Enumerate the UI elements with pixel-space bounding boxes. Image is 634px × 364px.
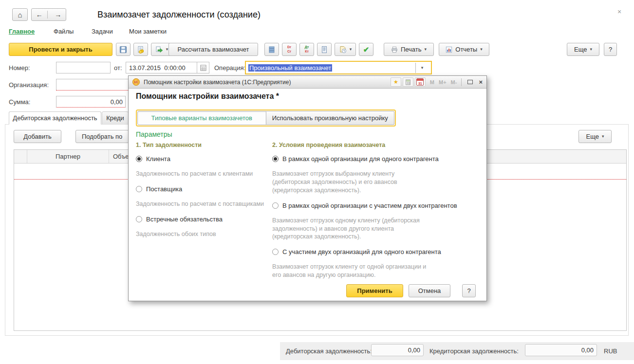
back-button[interactable]: ←: [32, 11, 48, 18]
more-button[interactable]: Еще ▾: [567, 43, 599, 56]
dropdown-icon: ▾: [350, 47, 352, 52]
history-nav: ← →: [31, 8, 66, 21]
operation-dropdown-button[interactable]: ▾: [416, 66, 429, 70]
favorite-star-button[interactable]: ★: [391, 77, 401, 87]
add-row-button[interactable]: Добавить: [14, 130, 61, 143]
printer-icon: [391, 46, 398, 53]
calendar-31-icon: 31: [416, 78, 424, 86]
memory-subtract-button[interactable]: M-: [451, 79, 457, 85]
amount-label: Сумма:: [9, 98, 30, 106]
reports-button[interactable]: Отчеты ▾: [439, 43, 489, 56]
offset-variant-switch: Типовые варианты взаимозачетов Использов…: [136, 109, 396, 127]
currency-label: RUB: [604, 347, 617, 355]
dialog-close-icon[interactable]: ×: [479, 78, 483, 86]
table-header-cell-partner: Партнер: [27, 150, 109, 163]
number-input[interactable]: [56, 62, 111, 73]
radio-client-desc: Задолженность по расчетам с клиентами: [136, 170, 272, 178]
menu-item-zametki[interactable]: Мои заметки: [129, 28, 167, 35]
calendar-button[interactable]: 31: [415, 77, 426, 87]
offset-conditions-group: 2. Условия проведения взаимозачета В рам…: [272, 142, 479, 287]
drcr-button[interactable]: DrCr: [282, 43, 297, 56]
calculator-icon: [405, 79, 411, 85]
tab-debit[interactable]: Дебиторская задолженность: [9, 111, 101, 125]
register-records-button[interactable]: [264, 43, 279, 56]
radio-client[interactable]: Клиента: [136, 155, 272, 163]
calculate-offset-button[interactable]: Рассчитать взаимозачет: [168, 43, 258, 56]
apply-button[interactable]: Применить: [346, 284, 403, 297]
organization-label: Организация:: [9, 81, 49, 89]
page-title: Взаимозачет задолженности (создание): [97, 10, 261, 20]
radio-selected-icon: [136, 156, 142, 162]
tab-credit[interactable]: Креди: [102, 111, 129, 125]
pick-button[interactable]: Подобрать по: [75, 130, 129, 143]
dtkt-button[interactable]: ДтКт: [299, 43, 314, 56]
radio-supplier[interactable]: Поставщика: [136, 185, 272, 193]
window-close-icon[interactable]: ×: [617, 8, 621, 16]
radio-selected-icon: [272, 156, 279, 162]
cancel-button[interactable]: Отмена: [409, 284, 450, 297]
radio-counter-obligations[interactable]: Встречные обязательства: [136, 216, 272, 223]
dropdown-icon: ▾: [421, 66, 424, 70]
dropdown-icon: ▾: [166, 47, 168, 52]
debt-type-title: 1. Тип задолженности: [136, 142, 272, 148]
date-field[interactable]: 13.07.2015 0:00:00: [126, 62, 209, 73]
radio-one-org-two-contractors[interactable]: В рамках одной организации с участием дв…: [272, 202, 479, 209]
radio-icon: [136, 216, 142, 222]
dialog-title: Помощник настройки взаимозачета (1С:Пред…: [144, 79, 291, 86]
debit-total-field: 0,00: [371, 344, 424, 356]
forward-button[interactable]: →: [51, 11, 66, 18]
history-tasks-button[interactable]: ▾: [335, 43, 356, 56]
radio-two-orgs-one-contractor[interactable]: С участием двух организаций для одного к…: [272, 248, 479, 255]
radio-icon: [272, 249, 279, 255]
list-more-button[interactable]: Еще ▾: [578, 130, 612, 143]
calculator-button[interactable]: [403, 77, 413, 87]
operation-label: Операция:: [214, 64, 245, 72]
post-document-button[interactable]: [133, 43, 148, 56]
calendar-grid-icon: [200, 65, 206, 71]
parameters-heading: Параметры: [136, 130, 172, 138]
register-records-icon: [268, 46, 276, 54]
dialog-maximize-icon[interactable]: [467, 80, 473, 84]
radio-one-org-two-contractors-desc: Взаимозачет отгрузок одному клиенту (деб…: [272, 217, 479, 241]
credit-total-field: 0,00: [525, 344, 597, 356]
dtkt-icon: ДтКт: [305, 45, 309, 53]
offset-assistant-dialog: 1С Помощник настройки взаимозачета (1С:П…: [128, 75, 487, 301]
drcr-icon: DrCr: [287, 45, 291, 53]
document-clock-icon: [339, 46, 347, 54]
dialog-titlebar[interactable]: 1С Помощник настройки взаимозачета (1С:П…: [129, 76, 486, 89]
menu-item-fayly[interactable]: Файлы: [54, 28, 74, 35]
radio-icon: [136, 186, 142, 192]
save-icon: [119, 46, 127, 54]
tab-custom-setup[interactable]: Использовать произвольную настройку: [266, 111, 395, 125]
home-button[interactable]: ⌂: [12, 8, 28, 21]
dialog-heading: Помощник настройки взаимозачета *: [136, 92, 279, 101]
home-icon: ⌂: [18, 11, 22, 19]
radio-one-org-one-contractor[interactable]: В рамках одной организации для одного ко…: [272, 155, 479, 163]
amount-input[interactable]: 0,00: [56, 96, 126, 108]
help-button[interactable]: ?: [604, 43, 617, 56]
dialog-help-button[interactable]: ?: [462, 284, 476, 297]
radio-two-orgs-one-contractor-desc: Взаимозачет отгрузок клиенту от одной ор…: [272, 263, 479, 279]
back-icon: ←: [36, 11, 43, 18]
table-header-cell-marker: [14, 150, 27, 163]
radio-counter-obligations-desc: Задолженность обоих типов: [136, 230, 272, 238]
print-button[interactable]: Печать ▾: [384, 43, 434, 56]
menu-item-zadachi[interactable]: Задачи: [92, 28, 113, 35]
operation-value[interactable]: Произвольный взаимозачет: [248, 64, 332, 72]
document-structure-button[interactable]: [317, 43, 332, 56]
debit-total-label: Дебиторская задолженность:: [286, 347, 372, 355]
dropdown-icon: ▾: [602, 134, 604, 139]
report-chart-icon: [446, 46, 452, 53]
memory-recall-button[interactable]: M: [430, 79, 434, 85]
check-fill-button[interactable]: ✔: [359, 43, 373, 56]
document-icon: [320, 46, 328, 54]
memory-add-button[interactable]: M+: [439, 79, 447, 85]
operation-combobox[interactable]: Произвольный взаимозачет ▾: [245, 61, 432, 74]
date-picker-button[interactable]: [197, 62, 209, 73]
menu-item-glavnoe[interactable]: Главное: [9, 28, 35, 35]
date-value[interactable]: 13.07.2015 0:00:00: [126, 64, 197, 72]
radio-one-org-one-contractor-desc: Взаимозачет отгрузок выбранному клиенту …: [272, 170, 479, 195]
tab-typical-variants[interactable]: Типовые варианты взаимозачетов: [137, 111, 266, 125]
save-button[interactable]: [116, 43, 131, 56]
post-and-close-button[interactable]: Провести и закрыть: [9, 43, 112, 56]
